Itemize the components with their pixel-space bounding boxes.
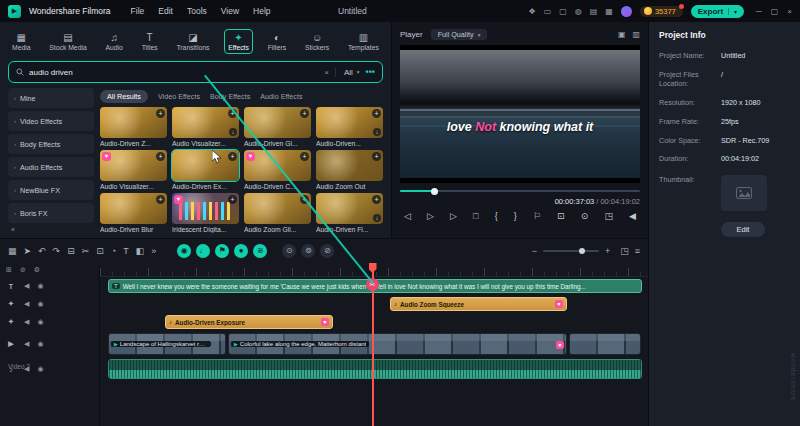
audio-waveform-clip[interactable]	[108, 359, 642, 379]
mark-in-button[interactable]: {	[495, 211, 498, 221]
stop-button[interactable]: □	[473, 211, 478, 221]
select-tool-button[interactable]: ➤	[24, 246, 32, 256]
previous-frame-button[interactable]: ◁	[404, 211, 411, 221]
snapshot-button[interactable]: ⊙	[581, 211, 589, 221]
tracks[interactable]: ✂ TWell I never knew you were the someon…	[100, 263, 648, 426]
category-boris-fx[interactable]: ›Boris FX	[8, 203, 94, 223]
effect-thumbnail[interactable]: +♥	[244, 150, 311, 181]
add-to-timeline-icon[interactable]: +	[228, 152, 237, 161]
tab-titles[interactable]: TTitles	[138, 29, 162, 54]
seek-bar[interactable]	[400, 190, 640, 192]
effect-item-audio-driven-gl[interactable]: +Audio-Driven Gl...	[244, 107, 311, 147]
menu-edit[interactable]: Edit	[158, 6, 173, 16]
clear-search-icon[interactable]: ×	[324, 68, 329, 77]
undo-button[interactable]: ↶	[38, 246, 46, 256]
marker-button[interactable]: ⚐	[533, 211, 541, 221]
marker-button[interactable]: ⚑	[215, 244, 229, 258]
beat-detect-button[interactable]: ♩	[196, 244, 210, 258]
result-tab-all-results[interactable]: All Results	[100, 90, 148, 103]
add-to-timeline-icon[interactable]: +	[300, 152, 309, 161]
add-track-button[interactable]: ⊞	[6, 266, 12, 274]
tab-filters[interactable]: ◐Filters	[264, 29, 291, 54]
quality-dropdown[interactable]: Full Quality ▾	[431, 29, 488, 40]
search-bar[interactable]: audio driven × All ▾ •••	[8, 61, 383, 83]
effect-item-audio-driven-z[interactable]: +Audio-Driven Z...	[100, 107, 167, 147]
video-clip[interactable]: ▶Colorful lake along the edge, Matterhor…	[228, 333, 567, 355]
add-to-timeline-icon[interactable]: +	[372, 152, 381, 161]
play-button[interactable]: ▷	[427, 211, 434, 221]
visibility-icon[interactable]: ◉	[37, 318, 43, 326]
add-to-timeline-icon[interactable]: +	[300, 109, 309, 118]
tab-stock-media[interactable]: ▤Stock Media	[45, 29, 90, 54]
mute-icon[interactable]: ◀	[24, 282, 29, 290]
menu-help[interactable]: Help	[253, 6, 270, 16]
effect-item-audio-visualizer[interactable]: +↓Audio Visualizer...	[172, 107, 239, 147]
record-voiceover-button[interactable]: ●	[234, 244, 248, 258]
video-clip[interactable]: ▶Landscape of Hallingskarvet ran...	[108, 333, 226, 355]
split-button[interactable]: ✂	[82, 246, 90, 256]
effect-thumbnail[interactable]: +	[172, 150, 239, 181]
close-button[interactable]: ×	[787, 7, 792, 16]
add-to-timeline-icon[interactable]: +	[300, 195, 309, 204]
speed-button[interactable]: ◔	[111, 246, 116, 256]
download-icon[interactable]: ↓	[373, 214, 381, 222]
search-query[interactable]: audio driven	[29, 68, 319, 77]
track-settings-icon[interactable]: ⚙	[34, 266, 40, 274]
mark-out-button[interactable]: }	[514, 211, 517, 221]
audio-mixer-button[interactable]: ≋	[253, 244, 267, 258]
visibility-icon[interactable]: ◉	[37, 282, 43, 290]
list-view-button[interactable]: ≡	[635, 246, 640, 256]
audio-driven-exposure-clip[interactable]: ♪Audio-Driven Exposure♥	[165, 315, 333, 329]
fit-timeline-button[interactable]: ◳	[620, 246, 629, 256]
effect-thumbnail[interactable]: +	[316, 150, 383, 181]
video-clip[interactable]	[569, 333, 641, 355]
coin-badge[interactable]: 35377	[640, 6, 683, 17]
category-newblue-fx[interactable]: ›NewBlue FX	[8, 180, 94, 200]
effect-thumbnail[interactable]: +↓	[316, 107, 383, 138]
effect-item-audio-driven-blur[interactable]: +Audio-Driven Blur	[100, 193, 167, 233]
avatar[interactable]	[621, 6, 632, 17]
effect-item-iridescent-digita[interactable]: +♥Iridescent Digita...	[172, 193, 239, 233]
effect-item-audio-driven[interactable]: +↓Audio-Driven...	[316, 107, 383, 147]
menu-tools[interactable]: Tools	[187, 6, 207, 16]
add-to-timeline-icon[interactable]: +	[156, 195, 165, 204]
visibility-icon[interactable]: ◉	[37, 300, 43, 308]
tab-media[interactable]: ▦Media	[8, 29, 35, 54]
export-caret-icon[interactable]: ▾	[728, 8, 737, 15]
tab-templates[interactable]: ▥Templates	[344, 29, 383, 54]
favorite-icon[interactable]: ♥	[174, 195, 183, 204]
volume-button[interactable]: ◀	[629, 211, 636, 221]
effect-thumbnail[interactable]: +	[100, 107, 167, 138]
category-mine[interactable]: ›Mine	[8, 88, 94, 108]
add-to-timeline-icon[interactable]: +	[228, 195, 237, 204]
visibility-icon[interactable]: ◉	[37, 365, 43, 373]
add-to-timeline-icon[interactable]: +	[156, 109, 165, 118]
crop-button[interactable]: ⊡	[557, 211, 565, 221]
more-options-button[interactable]: •••	[366, 67, 375, 77]
effect-item-audio-zoom-out[interactable]: +Audio Zoom Out	[316, 150, 383, 190]
effect-thumbnail[interactable]: +	[244, 193, 311, 224]
favorite-icon[interactable]: ♥	[102, 152, 111, 161]
result-tab-video-effects[interactable]: Video Effects	[158, 92, 200, 101]
result-tab-body-effects[interactable]: Body Effects	[210, 92, 250, 101]
effect-item-audio-driven-fl[interactable]: +↓Audio-Driven Fl...	[316, 193, 383, 233]
effect-thumbnail[interactable]: +♥	[100, 150, 167, 181]
category-video-effects[interactable]: ›Video Effects	[8, 111, 94, 131]
audio-zoom-squeeze-clip[interactable]: ♪Audio Zoom Squeeze♥	[390, 297, 567, 311]
category-audio-effects[interactable]: ›Audio Effects	[8, 157, 94, 177]
mask-view-icon[interactable]: ▣	[618, 30, 626, 39]
effect-thumbnail[interactable]: +♥	[172, 193, 239, 224]
view-mode-icon[interactable]: ▥	[632, 30, 640, 39]
cast-icon[interactable]: ▢	[559, 7, 567, 16]
add-to-timeline-icon[interactable]: +	[372, 195, 381, 204]
redo-button[interactable]: ↷	[53, 246, 61, 256]
delete-button[interactable]: ⊟	[67, 246, 75, 256]
zoom-in-button[interactable]: +	[605, 246, 610, 256]
tab-effects[interactable]: ✦Effects	[224, 29, 253, 54]
track-lock-icon[interactable]: ⊘	[20, 266, 26, 274]
mute-all-button[interactable]: ⊘	[320, 244, 334, 258]
playhead[interactable]: ✂	[372, 263, 374, 426]
effect-thumbnail[interactable]: +↓	[316, 193, 383, 224]
search-input[interactable]: audio driven ×	[16, 68, 329, 77]
tab-stickers[interactable]: ☺Stickers	[301, 29, 333, 54]
